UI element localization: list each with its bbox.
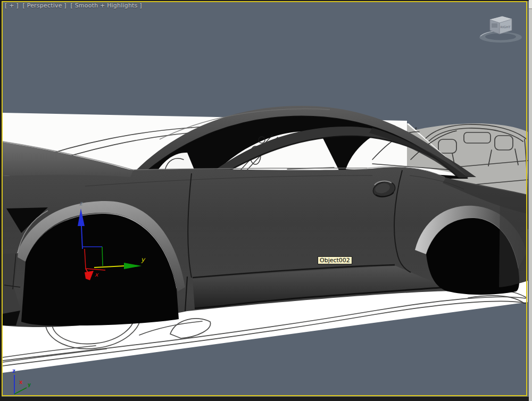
side-panel-edge — [529, 0, 532, 401]
side-panel-edge-top — [529, 0, 532, 9]
viewport-pov-menu[interactable]: [ Perspective ] — [23, 2, 66, 9]
perspective-viewport[interactable]: z y x z y x RIGHT — [0, 0, 532, 401]
viewport-shading-menu[interactable]: [ Smooth + Highlights ] — [71, 2, 142, 9]
svg-text:z: z — [12, 368, 15, 374]
max-window: z y x z y x RIGHT — [0, 0, 532, 401]
viewport-general-menu[interactable]: [ + ] — [5, 2, 19, 9]
window-frame-top — [0, 0, 532, 1]
svg-text:y: y — [28, 382, 31, 387]
svg-text:x: x — [19, 379, 23, 385]
viewport-label: [ + ] [ Perspective ] [ Smooth + Highlig… — [5, 2, 144, 9]
window-frame-bottom — [0, 397, 532, 401]
object-name-tooltip: Object002 — [318, 256, 352, 264]
viewcube-face-label: RIGHT — [501, 25, 511, 29]
window-frame-left — [0, 0, 2, 401]
